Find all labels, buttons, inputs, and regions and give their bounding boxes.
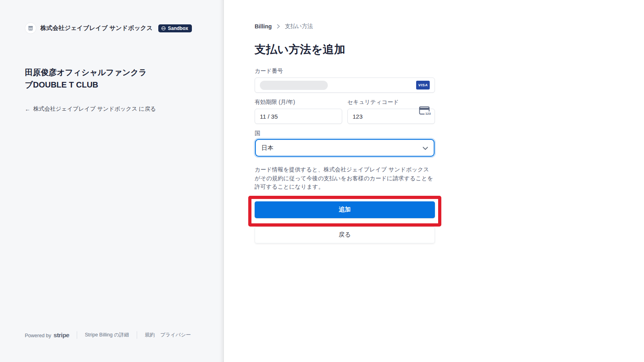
- card-number-masked-value: [260, 81, 328, 90]
- card-cvc-icon: 123: [419, 105, 431, 117]
- footer-divider: [137, 331, 137, 339]
- terms-link[interactable]: 規約: [145, 332, 155, 338]
- sandbox-badge: Sandbox: [158, 24, 192, 32]
- expiry-label: 有効期限 (月/年): [255, 99, 342, 106]
- breadcrumb: Billing 支払い方法: [255, 23, 644, 30]
- sidebar-footer: Powered by stripe Stripe Billing の詳細 規約 …: [25, 331, 208, 339]
- go-back-button[interactable]: 戻る: [255, 227, 435, 243]
- page-title: 支払い方法を追加: [255, 42, 644, 57]
- submit-button[interactable]: 追加: [255, 201, 435, 218]
- back-to-merchant-link[interactable]: ← 株式会社ジェイブレイブ サンドボックス に戻る: [25, 105, 156, 113]
- sidebar: 株式会社ジェイブレイブ サンドボックス Sandbox 田原俊彦オフィシャルファ…: [0, 0, 224, 362]
- merchant-header: 株式会社ジェイブレイブ サンドボックス Sandbox: [25, 22, 208, 34]
- back-arrow-icon: ←: [25, 106, 30, 112]
- storefront-icon: [25, 22, 36, 34]
- cvc-label: セキュリティコード: [347, 99, 435, 106]
- country-field: 国 日本: [255, 130, 435, 156]
- chevron-right-icon: [277, 24, 280, 29]
- main-content: Billing 支払い方法 支払い方法を追加 カード番号 VISA 有効期限 (…: [224, 0, 644, 362]
- powered-by-label: Powered by: [25, 333, 51, 338]
- page: 株式会社ジェイブレイブ サンドボックス Sandbox 田原俊彦オフィシャルファ…: [0, 0, 644, 362]
- expiry-field: 有効期限 (月/年): [255, 99, 342, 124]
- card-number-label: カード番号: [255, 68, 435, 75]
- stripe-logo: stripe: [54, 332, 69, 339]
- payment-method-form: カード番号 VISA 有効期限 (月/年) セキュリティコード: [255, 68, 435, 243]
- card-number-input[interactable]: VISA: [255, 78, 435, 93]
- mandate-disclaimer: カード情報を提供すると、株式会社ジェイブレイブ サンドボックスがその規約に従って…: [255, 165, 435, 191]
- footer-divider: [77, 331, 77, 339]
- cvc-field: セキュリティコード 123: [347, 99, 435, 124]
- card-number-field: カード番号 VISA: [255, 68, 435, 93]
- sandbox-badge-label: Sandbox: [168, 26, 188, 31]
- sandbox-icon: [161, 26, 166, 31]
- country-select[interactable]: 日本: [256, 140, 434, 156]
- account-title: 田原俊彦オフィシャルファンクラブDOUBLE T CLUB: [25, 66, 148, 91]
- country-label: 国: [255, 130, 435, 137]
- powered-by-stripe[interactable]: Powered by stripe: [25, 332, 69, 339]
- back-link-label: 株式会社ジェイブレイブ サンドボックス に戻る: [33, 105, 156, 113]
- merchant-name: 株式会社ジェイブレイブ サンドボックス: [40, 24, 153, 32]
- annotation-highlight-box: 追加: [248, 196, 441, 227]
- privacy-link[interactable]: プライバシー: [160, 332, 191, 338]
- billing-details-link[interactable]: Stripe Billing の詳細: [85, 332, 129, 338]
- visa-brand-icon: VISA: [416, 81, 430, 90]
- cvc-icon-digits: 123: [425, 112, 431, 115]
- expiry-input[interactable]: [255, 109, 342, 124]
- chevron-down-icon: [423, 145, 428, 151]
- expiry-cvc-row: 有効期限 (月/年) セキュリティコード 123: [255, 99, 435, 124]
- breadcrumb-billing[interactable]: Billing: [255, 23, 272, 30]
- breadcrumb-current: 支払い方法: [285, 23, 313, 30]
- country-value: 日本: [261, 144, 273, 152]
